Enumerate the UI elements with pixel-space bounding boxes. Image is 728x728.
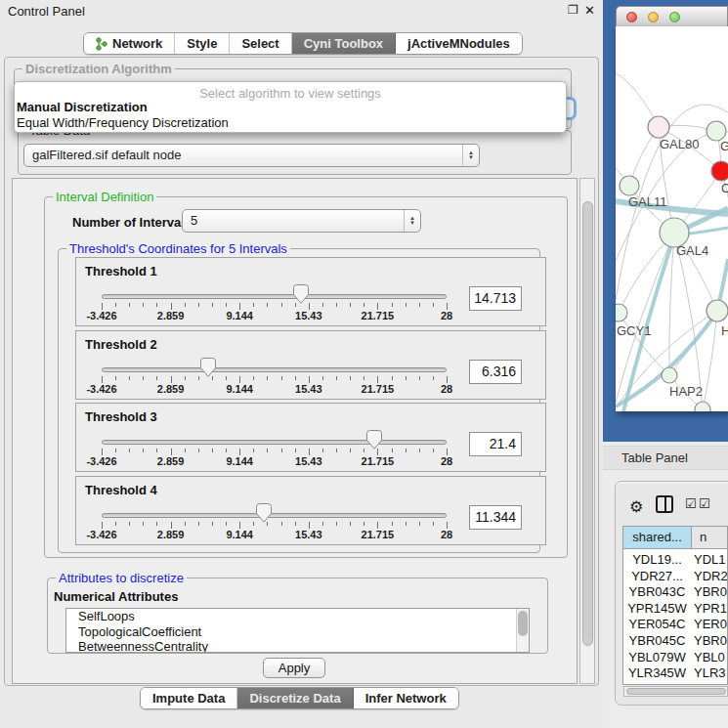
slider-major-tick bbox=[171, 376, 172, 383]
table-horizontal-scrollbar[interactable] bbox=[623, 686, 728, 697]
table-column-header-shared-name[interactable]: shared... bbox=[623, 527, 692, 549]
gear-icon[interactable]: ⚙ bbox=[629, 497, 643, 516]
bottom-tab-impute-data[interactable]: Impute Data bbox=[141, 688, 237, 708]
threshold-slider-track[interactable] bbox=[102, 513, 447, 518]
slider-major-tick bbox=[102, 303, 103, 310]
numerical-attributes-list[interactable]: SelfLoopsTopologicalCoefficientBetweenne… bbox=[65, 608, 530, 653]
close-icon[interactable]: ✕ bbox=[584, 3, 595, 18]
table-cell-name: YBL0 bbox=[694, 650, 725, 664]
slider-minor-tick bbox=[115, 303, 116, 307]
threshold-slider-thumb[interactable] bbox=[256, 503, 272, 523]
table-cell-name: YBR0 bbox=[694, 633, 727, 648]
top-tab-bar: NetworkStyleSelectCyni ToolboxjActiveMNo… bbox=[83, 32, 523, 55]
attribute-list-item-1[interactable]: TopologicalCoefficient bbox=[66, 624, 529, 640]
slider-minor-tick bbox=[392, 449, 393, 452]
threshold-slider-track[interactable] bbox=[102, 367, 447, 372]
tab-cyni-toolbox[interactable]: Cyni Toolbox bbox=[292, 33, 396, 54]
tab-label: Select bbox=[241, 36, 278, 51]
bottom-tab-discretize-data[interactable]: Discretize Data bbox=[237, 688, 353, 708]
slider-minor-tick bbox=[419, 303, 420, 307]
discretization-algorithm-group-title: Discretization Algorithm bbox=[22, 62, 175, 76]
network-node-gal80[interactable] bbox=[648, 116, 669, 138]
attributes-group-title: Attributes to discretize bbox=[56, 571, 187, 585]
slider-minor-tick bbox=[253, 376, 254, 380]
slider-minor-tick bbox=[406, 522, 407, 526]
table-scrollbar-thumb[interactable] bbox=[626, 688, 726, 695]
slider-major-tick bbox=[102, 522, 103, 529]
slider-minor-tick bbox=[156, 376, 157, 380]
slider-major-tick bbox=[309, 376, 310, 383]
table-cell-shared-name: YLR345W bbox=[623, 665, 691, 680]
network-graph: GAL80GACGAL11GAL4GCY1HHAP2 bbox=[616, 26, 728, 411]
minimize-traffic-light-icon[interactable] bbox=[648, 12, 659, 22]
algorithm-dropdown-prompt[interactable]: Select algorithm to view settings bbox=[15, 82, 566, 100]
table-row[interactable]: YBR045CYBR0 bbox=[623, 633, 728, 650]
slider-major-tick bbox=[171, 449, 172, 455]
network-node[interactable] bbox=[695, 402, 710, 411]
network-node-label: GCY1 bbox=[617, 323, 651, 338]
tab-jactivemnodules[interactable]: jActiveMNodules bbox=[396, 33, 522, 54]
tab-network[interactable]: Network bbox=[84, 33, 175, 54]
slider-minor-tick bbox=[336, 303, 337, 307]
threshold-slider-thumb[interactable] bbox=[293, 284, 309, 304]
bottom-tab-label: Impute Data bbox=[152, 691, 225, 706]
tab-style[interactable]: Style bbox=[175, 33, 230, 54]
slider-minor-tick bbox=[115, 376, 116, 380]
threshold-slider-track[interactable] bbox=[102, 440, 447, 445]
slider-minor-tick bbox=[253, 522, 254, 526]
bottom-tab-bar: Impute DataDiscretize DataInfer Network bbox=[140, 687, 459, 709]
table-column-header-name[interactable]: n bbox=[692, 527, 728, 549]
table-row[interactable]: YDL19...YDL1 bbox=[623, 552, 728, 569]
table-row[interactable]: YER054CYER0 bbox=[623, 617, 728, 633]
bottom-tab-infer-network[interactable]: Infer Network bbox=[354, 688, 458, 708]
network-node-h[interactable] bbox=[707, 300, 728, 321]
threshold-value-field[interactable]: 11.344 bbox=[469, 505, 522, 530]
table-row[interactable]: YPR145WYPR1 bbox=[623, 601, 728, 618]
attribute-list-item-0[interactable]: SelfLoops bbox=[66, 609, 529, 624]
threshold-value-field[interactable]: 21.4 bbox=[469, 432, 522, 456]
float-window-icon[interactable]: ❐ bbox=[568, 3, 578, 17]
attributes-list-scrollbar[interactable] bbox=[516, 609, 529, 652]
node-attribute-table[interactable]: shared... n YDL19...YDL1YDR27...YDR2YBR0… bbox=[622, 526, 728, 685]
table-cell-name: YLR3 bbox=[694, 665, 726, 680]
threshold-slider-thumb[interactable] bbox=[200, 358, 216, 377]
attribute-list-item-2[interactable]: BetweennessCentrality bbox=[66, 639, 529, 653]
panel-scrollbar-thumb[interactable] bbox=[582, 201, 593, 646]
table-row[interactable]: YLR345WYLR3 bbox=[623, 665, 728, 682]
number-of-intervals-combobox[interactable]: 5 ▲▼ bbox=[182, 209, 421, 233]
slider-major-tick bbox=[377, 449, 378, 455]
network-canvas[interactable]: GAL80GACGAL11GAL4GCY1HHAP2 bbox=[616, 26, 728, 411]
network-node-ga[interactable] bbox=[707, 121, 726, 141]
slider-minor-tick bbox=[350, 522, 351, 526]
slider-minor-tick bbox=[295, 376, 296, 380]
threshold-value-field[interactable]: 6.316 bbox=[469, 360, 522, 384]
slider-minor-tick bbox=[212, 303, 213, 307]
threshold-value-field[interactable]: 14.713 bbox=[469, 286, 522, 311]
checkbox-filter-icon-2[interactable]: ☑ bbox=[699, 496, 710, 511]
panel-vertical-scrollbar[interactable] bbox=[579, 178, 595, 684]
zoom-traffic-light-icon[interactable] bbox=[669, 12, 680, 22]
split-columns-icon[interactable] bbox=[656, 495, 673, 513]
algorithm-dropdown-item-1[interactable]: Equal Width/Frequency Discretization bbox=[15, 115, 566, 131]
slider-minor-tick bbox=[433, 303, 434, 307]
network-node-gcy1[interactable] bbox=[616, 304, 627, 321]
slider-minor-tick bbox=[364, 522, 364, 526]
algorithm-dropdown-item-0[interactable]: Manual Discretization bbox=[15, 100, 566, 115]
apply-button[interactable]: Apply bbox=[263, 658, 325, 678]
table-cell-shared-name: YBR045C bbox=[623, 633, 691, 648]
network-node-gal11[interactable] bbox=[620, 176, 639, 195]
threshold-slider-thumb[interactable] bbox=[366, 430, 382, 450]
table-row[interactable]: YBR043CYBR0 bbox=[623, 584, 728, 601]
close-traffic-light-icon[interactable] bbox=[626, 12, 637, 22]
table-data-combobox[interactable]: galFiltered.sif default node ▲▼ bbox=[23, 144, 480, 167]
table-row[interactable]: YIL052CYIL0 bbox=[623, 682, 728, 685]
slider-minor-tick bbox=[143, 303, 144, 307]
threshold-slider-track[interactable] bbox=[102, 294, 447, 299]
table-row[interactable]: YDR27...YDR2 bbox=[623, 569, 728, 585]
network-node-hap2[interactable] bbox=[662, 367, 677, 383]
table-row[interactable]: YBL079WYBL0 bbox=[623, 650, 728, 666]
checkbox-filter-icon[interactable]: ☑ bbox=[685, 496, 697, 511]
network-node-c[interactable] bbox=[711, 161, 728, 181]
table-cell-name: YPR1 bbox=[694, 601, 727, 616]
tab-select[interactable]: Select bbox=[230, 33, 291, 54]
